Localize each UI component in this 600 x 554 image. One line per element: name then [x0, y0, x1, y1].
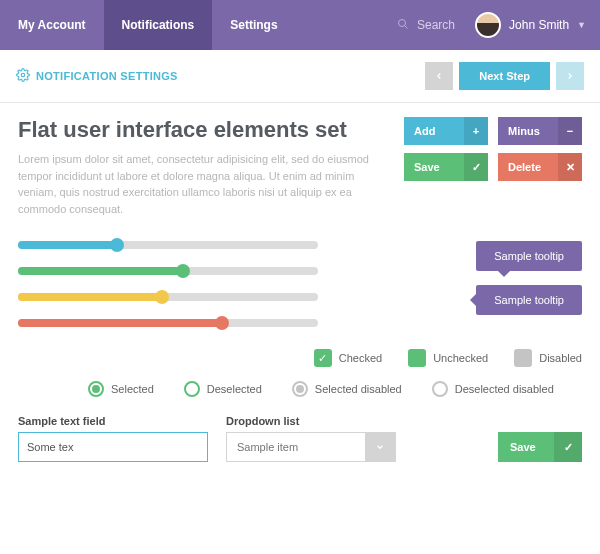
- dropdown-value: Sample item: [237, 441, 298, 453]
- add-button[interactable]: Add +: [404, 117, 488, 145]
- radio-deselected-disabled: Deselected disabled: [432, 381, 554, 397]
- sliders: [18, 241, 446, 327]
- plus-icon: +: [464, 117, 488, 145]
- radio-icon: [88, 381, 104, 397]
- nav-notifications[interactable]: Notifications: [104, 0, 213, 50]
- radio-deselected[interactable]: Deselected: [184, 381, 262, 397]
- search-label: Search: [417, 18, 455, 32]
- save-button[interactable]: Save ✓: [404, 153, 488, 181]
- radio-row: Selected Deselected Selected disabled De…: [18, 381, 582, 397]
- account-menu[interactable]: John Smith ▼: [475, 12, 600, 38]
- chevron-down-icon: ▼: [577, 20, 586, 30]
- svg-point-2: [21, 73, 25, 77]
- radio-icon: [292, 381, 308, 397]
- checkbox-disabled: Disabled: [514, 349, 582, 367]
- square-icon: [408, 349, 426, 367]
- svg-point-0: [399, 19, 406, 26]
- slider-teal[interactable]: [18, 241, 318, 249]
- minus-icon: −: [558, 117, 582, 145]
- delete-button[interactable]: Delete ✕: [498, 153, 582, 181]
- slider-coral[interactable]: [18, 319, 318, 327]
- nav-my-account[interactable]: My Account: [0, 0, 104, 50]
- text-field: Sample text field: [18, 415, 208, 462]
- minus-button[interactable]: Minus −: [498, 117, 582, 145]
- dropdown-label: Dropdown list: [226, 415, 396, 427]
- prev-step-button[interactable]: [425, 62, 453, 90]
- check-icon: ✓: [314, 349, 332, 367]
- dropdown[interactable]: Sample item: [226, 432, 396, 462]
- button-grid: Add + Minus − Save ✓ Delete ✕: [404, 117, 582, 217]
- checkbox-unchecked[interactable]: Unchecked: [408, 349, 488, 367]
- user-name: John Smith: [509, 18, 569, 32]
- text-input[interactable]: [18, 432, 208, 462]
- svg-line-1: [405, 25, 408, 28]
- chevron-down-icon: [365, 432, 395, 462]
- tooltip-down: Sample tooltip: [476, 241, 582, 271]
- radio-selected[interactable]: Selected: [88, 381, 154, 397]
- subbar-title: NOTIFICATION SETTINGS: [16, 68, 178, 85]
- next-step-arrow[interactable]: [556, 62, 584, 90]
- radio-selected-disabled: Selected disabled: [292, 381, 402, 397]
- nav-settings[interactable]: Settings: [212, 0, 295, 50]
- gear-icon: [16, 68, 30, 85]
- slider-yellow[interactable]: [18, 293, 318, 301]
- checkbox-row: ✓ Checked Unchecked Disabled: [18, 349, 582, 367]
- text-field-label: Sample text field: [18, 415, 208, 427]
- square-icon: [514, 349, 532, 367]
- search[interactable]: Search: [397, 18, 455, 33]
- slider-green[interactable]: [18, 267, 318, 275]
- radio-icon: [184, 381, 200, 397]
- avatar: [475, 12, 501, 38]
- checkbox-checked[interactable]: ✓ Checked: [314, 349, 382, 367]
- tooltip-left: Sample tooltip: [476, 285, 582, 315]
- top-nav: My Account Notifications Settings Search…: [0, 0, 600, 50]
- subbar: NOTIFICATION SETTINGS Next Step: [0, 50, 600, 103]
- form-save-button[interactable]: Save ✓: [498, 432, 582, 462]
- check-icon: ✓: [554, 432, 582, 462]
- next-step-button[interactable]: Next Step: [459, 62, 550, 90]
- page-title: Flat user interface elements set: [18, 117, 386, 143]
- check-icon: ✓: [464, 153, 488, 181]
- paragraph: Lorem ipsum dolor sit amet, consectetur …: [18, 151, 386, 217]
- search-icon: [397, 18, 409, 33]
- radio-icon: [432, 381, 448, 397]
- dropdown-field: Dropdown list Sample item: [226, 415, 396, 462]
- close-icon: ✕: [558, 153, 582, 181]
